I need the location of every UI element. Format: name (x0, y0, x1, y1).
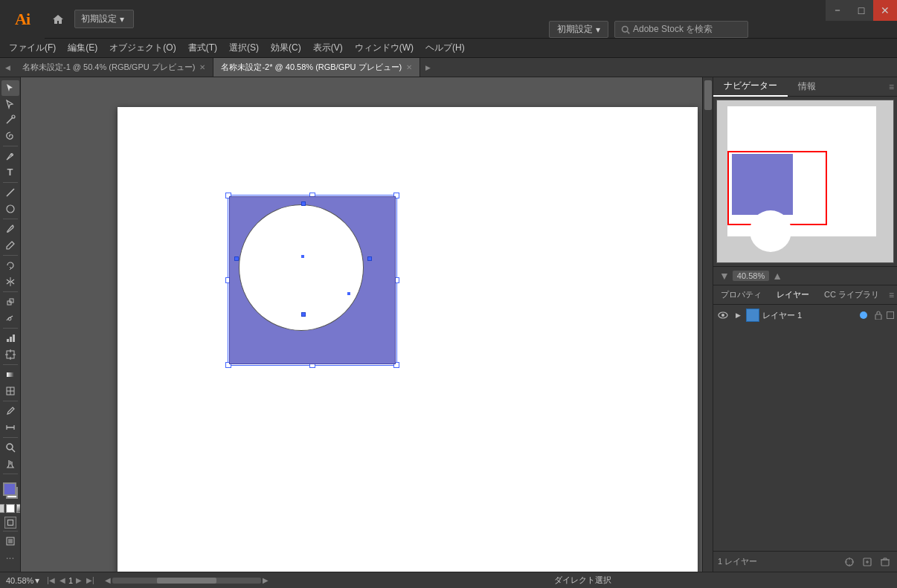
menu-help[interactable]: ヘルプ(H) (419, 40, 471, 56)
canvas-vscroll-thumb[interactable] (704, 80, 712, 110)
layers-footer: 1 レイヤー (713, 551, 897, 572)
menu-bar: ファイル(F) 編集(E) オブジェクト(O) 書式(T) 選択(S) 効果(C… (0, 39, 897, 58)
menu-file[interactable]: ファイル(F) (3, 40, 62, 56)
menu-window[interactable]: ウィンドウ(W) (349, 40, 419, 56)
tab-navigator[interactable]: ナビゲーター (713, 77, 788, 97)
layer-expand-arrow[interactable]: ▶ (733, 310, 743, 320)
color-mode-color[interactable] (0, 504, 4, 513)
tool-pen[interactable] (1, 149, 19, 164)
tool-screen-mode[interactable] (1, 534, 19, 549)
search-stock[interactable]: Adobe Stock を検索 (614, 21, 748, 38)
draw-normal[interactable] (4, 517, 16, 529)
tab-1[interactable]: 名称未設定-1 @ 50.4% (RGB/GPU プレビュー) ✕ (15, 58, 213, 77)
tool-selection[interactable] (1, 80, 19, 96)
tab-cc-libraries[interactable]: CC ライブラリ (817, 286, 887, 303)
layer-add-button[interactable] (860, 555, 875, 569)
tool-line[interactable] (1, 185, 19, 201)
hscroll-thumb[interactable] (157, 578, 216, 584)
hscroll-left[interactable]: ◀ (105, 576, 111, 584)
layer-target-icon[interactable] (887, 311, 894, 319)
svg-point-26 (7, 444, 13, 450)
zoom-value-display[interactable]: 40.58% (733, 271, 769, 281)
tool-direct-selection[interactable] (1, 97, 19, 112)
tab-info[interactable]: 情報 (788, 77, 826, 96)
home-button[interactable] (45, 6, 71, 33)
tool-magic-wand[interactable] (1, 112, 19, 128)
tab-2-close[interactable]: ✕ (406, 63, 412, 71)
tool-hand[interactable] (1, 456, 19, 471)
page-prev-button[interactable]: ◀ (58, 576, 67, 584)
workspace-label[interactable]: 初期設定 ▾ (549, 21, 608, 38)
menu-type[interactable]: 書式(T) (182, 40, 223, 56)
color-swatch-fill[interactable] (3, 482, 16, 496)
page-last-button[interactable]: ▶| (85, 576, 96, 584)
zoom-increase-button[interactable]: ▲ (772, 270, 782, 282)
tool-eyedropper[interactable] (1, 404, 19, 419)
tool-chart[interactable] (1, 331, 19, 346)
zoom-field[interactable]: 40.58% ▾ (6, 575, 39, 586)
toolbar-separator-3 (3, 219, 18, 219)
page-next-button[interactable]: ▶ (74, 576, 83, 584)
tab-layers[interactable]: レイヤー (769, 286, 817, 303)
tool-measure[interactable] (1, 419, 19, 435)
minimize-button[interactable]: － (826, 0, 849, 21)
close-button[interactable]: ✕ (873, 0, 897, 21)
hscroll-track[interactable] (112, 578, 261, 584)
circ-handle-top[interactable] (301, 201, 306, 206)
tool-zoom[interactable] (1, 440, 19, 456)
tool-reshape[interactable] (1, 310, 19, 326)
tool-artboard[interactable] (1, 346, 19, 362)
tool-lasso[interactable] (1, 129, 19, 144)
restore-button[interactable]: □ (849, 0, 873, 21)
artwork-group[interactable] (228, 195, 397, 366)
svg-rect-11 (7, 339, 9, 342)
zoom-display[interactable]: 40.58% (6, 576, 33, 585)
bottom-panel-menu-icon[interactable]: ≡ (889, 290, 894, 300)
tool-pencil[interactable] (1, 237, 19, 253)
color-mode-none[interactable] (6, 504, 15, 513)
menu-view[interactable]: 表示(V) (307, 40, 349, 56)
menu-edit[interactable]: 編集(E) (62, 40, 103, 56)
tab-2[interactable]: 名称未設定-2* @ 40.58% (RGB/GPU プレビュー) ✕ (213, 58, 420, 77)
zoom-decrease-button[interactable]: ▼ (719, 270, 730, 282)
hscroll-right[interactable]: ▶ (263, 576, 269, 584)
zoom-dropdown-arrow[interactable]: ▾ (35, 575, 39, 586)
layer-visibility-toggle[interactable] (716, 308, 730, 322)
rect-shape[interactable] (229, 196, 396, 364)
tool-paintbrush[interactable] (1, 222, 19, 237)
tool-mesh[interactable] (1, 383, 19, 398)
tab-1-close[interactable]: ✕ (199, 63, 205, 71)
layer-row-1[interactable]: ▶ レイヤー 1 (713, 305, 897, 326)
svg-line-5 (7, 189, 14, 196)
tool-text[interactable]: T (1, 165, 19, 181)
tool-gradient[interactable] (1, 367, 19, 383)
tool-more[interactable]: ··· (1, 549, 19, 566)
page-first-button[interactable]: |◀ (45, 576, 57, 584)
layers-footer-actions (842, 555, 893, 569)
tool-rotate[interactable] (1, 258, 19, 274)
circ-handle-left[interactable] (234, 256, 239, 261)
menu-effect[interactable]: 効果(C) (265, 40, 307, 56)
color-swatch-area (1, 479, 19, 502)
tab-scroll-left[interactable]: ◀ (0, 58, 15, 77)
tool-ellipse[interactable] (1, 201, 19, 216)
tab-scroll-right[interactable]: ▶ (420, 58, 435, 77)
left-toolbar: T (0, 77, 21, 572)
nav-rect-shape (732, 154, 793, 215)
tool-reflect[interactable] (1, 274, 19, 289)
toolbar-separator-5 (3, 291, 18, 292)
tab-properties[interactable]: プロパティ (713, 286, 769, 303)
navigator-view[interactable] (716, 100, 894, 263)
menu-select[interactable]: 選択(S) (223, 40, 265, 56)
layer-lock-icon[interactable] (873, 310, 884, 320)
layer-locate-button[interactable] (842, 555, 857, 569)
circ-handle-right[interactable] (367, 256, 372, 261)
circ-handle-bottom[interactable] (301, 312, 306, 317)
tool-scale[interactable] (1, 294, 19, 310)
layer-delete-button[interactable] (878, 555, 893, 569)
workspace-selector[interactable]: 初期設定 ▾ (74, 10, 134, 28)
menu-object[interactable]: オブジェクト(O) (103, 40, 181, 56)
panel-menu-icon[interactable]: ≡ (889, 82, 894, 92)
canvas-vscroll[interactable] (702, 77, 713, 572)
layer-name-1[interactable]: レイヤー 1 (762, 310, 857, 321)
